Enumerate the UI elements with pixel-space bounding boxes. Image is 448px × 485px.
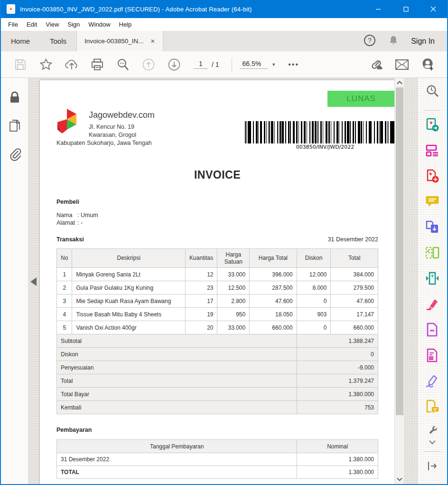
minimize-button[interactable] <box>364 0 392 18</box>
redact-icon <box>425 297 439 311</box>
organize-pages-tool[interactable] <box>424 245 440 260</box>
buyer-heading: Pembeli <box>56 199 378 205</box>
find-icon[interactable] <box>113 55 132 74</box>
create-pdf-icon <box>425 169 439 183</box>
star-icon[interactable] <box>37 55 56 74</box>
close-button[interactable] <box>420 0 447 18</box>
add-account-icon[interactable] <box>418 55 437 74</box>
combine-files-icon <box>425 220 439 234</box>
company-logo-icon <box>56 108 82 137</box>
toolbar: / 1 66.5% ▼ ••• <box>1 51 447 78</box>
page-number-input[interactable] <box>194 60 208 69</box>
scrollbar-thumb[interactable] <box>396 87 403 415</box>
protect-pdf-icon <box>425 323 439 337</box>
menu-window[interactable]: Window <box>84 19 114 30</box>
request-comments-tool[interactable] <box>424 399 440 414</box>
export-pdf-icon <box>425 118 439 132</box>
scroll-down-icon[interactable] <box>395 475 404 483</box>
table-row: 5 Vanish Oxi Action 400gr 20 33.000 660.… <box>57 321 378 334</box>
help-icon[interactable]: ? <box>364 34 376 48</box>
more-tools-button[interactable] <box>424 425 440 434</box>
payment-heading: Pembayaran <box>56 427 378 433</box>
save-icon[interactable] <box>11 55 30 74</box>
tab-bar: Home Tools Invoice-003850_IN... ✕ ? Sign… <box>1 31 447 51</box>
pdf-file-icon <box>7 4 15 14</box>
tools-pane-gutter <box>404 78 418 484</box>
zoom-level-dropdown[interactable]: 66.5% ▼ <box>240 60 276 69</box>
comment-icon <box>425 195 439 208</box>
email-icon[interactable] <box>392 55 411 74</box>
rail-divider <box>424 110 441 111</box>
menu-view[interactable]: View <box>41 19 63 30</box>
search-icon <box>425 84 439 98</box>
expand-tools-chevron[interactable] <box>424 438 440 447</box>
document-tab-label: Invoice-003850_IN... <box>84 38 144 45</box>
more-tools-overflow-icon[interactable]: ••• <box>288 60 299 69</box>
open-tools-pane-button[interactable] <box>424 458 440 474</box>
zoom-level-value[interactable]: 66.5% <box>240 60 268 69</box>
tab-home[interactable]: Home <box>1 31 40 51</box>
close-tab-icon[interactable]: ✕ <box>150 38 155 45</box>
prepare-form-icon <box>425 348 439 362</box>
comment-tool[interactable] <box>424 194 440 209</box>
scroll-up-icon[interactable] <box>395 79 404 86</box>
sign-in-button[interactable]: Sign In <box>411 37 435 46</box>
table-row: 31 Desember 2022 1.380.000 <box>57 453 378 466</box>
right-tools-rail <box>418 78 447 484</box>
transaction-heading: Transaksi <box>56 236 84 243</box>
compress-pdf-icon <box>425 271 439 285</box>
table-row: 4 Tissue Basah Mitu Baby 4 Sheets 19 950… <box>57 308 378 321</box>
summary-row: Total Bayar 1.380.000 <box>57 388 378 401</box>
notifications-bell-icon[interactable] <box>388 35 399 48</box>
window-title: Invoice-003850_INV_JWD_2022.pdf (SECURED… <box>20 6 364 13</box>
payment-table: Tanggal Pembayaran Nominal 31 Desember 2… <box>56 439 378 479</box>
security-settings-icon[interactable] <box>8 90 22 105</box>
document-viewport[interactable]: LUNAS 003850/INV/JWD/2022 <box>28 78 404 484</box>
protect-pdf-tool[interactable] <box>424 322 440 337</box>
combine-files-tool[interactable] <box>424 219 440 235</box>
search-tool[interactable] <box>424 84 440 99</box>
menu-edit[interactable]: Edit <box>22 19 41 30</box>
maximize-button[interactable] <box>392 0 420 18</box>
print-icon[interactable] <box>88 55 107 74</box>
compress-pdf-tool[interactable] <box>424 271 440 286</box>
invoice-header: Jagowebdev.com Jl. Kencur No. 19 Kwarasa… <box>56 80 378 151</box>
share-link-icon[interactable] <box>367 55 386 74</box>
company-address: Jl. Kencur No. 19 Kwarasan, Grogol Kabup… <box>56 123 378 147</box>
fill-sign-tool[interactable] <box>424 373 440 389</box>
payment-header-row: Tanggal Pembayaran Nominal <box>57 440 378 453</box>
svg-text:?: ? <box>368 37 372 44</box>
table-row: TOTAL 1.380.000 <box>57 466 378 479</box>
create-pdf-tool[interactable] <box>424 169 440 184</box>
chevron-down-icon[interactable]: ▼ <box>271 62 276 67</box>
items-header-row: No Deskripsi Kuantitas Harga Satuan Harg… <box>57 249 378 268</box>
request-comments-icon <box>425 399 439 414</box>
rail-divider <box>424 451 441 452</box>
edit-pdf-tool[interactable] <box>424 143 440 158</box>
items-table: No Deskripsi Kuantitas Harga Satuan Harg… <box>56 248 378 414</box>
tab-document[interactable]: Invoice-003850_IN... ✕ <box>76 31 163 51</box>
redact-tool[interactable] <box>424 296 440 312</box>
vertical-scrollbar[interactable] <box>394 78 404 484</box>
menu-bar: File Edit View Sign Window Help <box>1 18 447 31</box>
next-page-icon[interactable] <box>165 55 184 74</box>
menu-sign[interactable]: Sign <box>63 19 84 30</box>
pdf-page: LUNAS 003850/INV/JWD/2022 <box>40 80 395 484</box>
menu-file[interactable]: File <box>4 19 22 30</box>
export-pdf-tool[interactable] <box>424 117 440 133</box>
cloud-upload-icon[interactable] <box>62 55 81 74</box>
open-tools-pane-icon <box>427 460 438 472</box>
edit-pdf-icon <box>425 143 439 158</box>
tab-tools[interactable]: Tools <box>40 31 76 51</box>
collapse-pane-arrow-icon[interactable] <box>30 277 37 286</box>
menu-help[interactable]: Help <box>115 19 136 30</box>
attachments-icon[interactable] <box>8 147 22 162</box>
prepare-form-tool[interactable] <box>424 348 440 363</box>
page-thumbnails-icon[interactable] <box>8 119 22 133</box>
summary-row: Penyesuaian -9.000 <box>57 361 378 374</box>
chevron-down-icon <box>429 440 436 445</box>
previous-page-icon[interactable] <box>139 55 158 74</box>
company-name: Jagowebdev.com <box>56 108 378 120</box>
table-row: 2 Gula Pasir Gulaku 1Kg Kuning 23 12.500… <box>57 281 378 295</box>
acrobat-window: Invoice-003850_INV_JWD_2022.pdf (SECURED… <box>0 0 448 485</box>
